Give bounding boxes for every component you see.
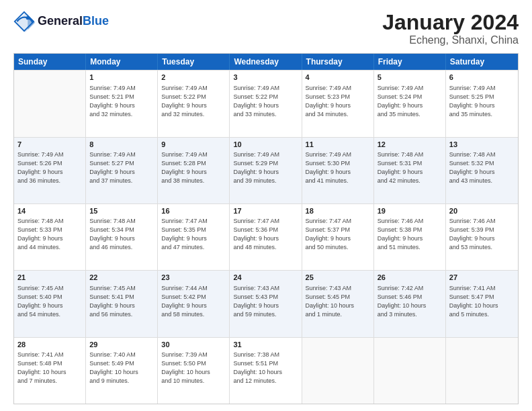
calendar-row-1: 7Sunrise: 7:49 AM Sunset: 5:26 PM Daylig… <box>14 137 518 203</box>
cell-info-text: Sunrise: 7:49 AM Sunset: 5:25 PM Dayligh… <box>449 84 515 119</box>
cell-date-number: 16 <box>161 206 226 216</box>
calendar-row-4: 28Sunrise: 7:41 AM Sunset: 5:48 PM Dayli… <box>14 337 518 404</box>
calendar-cell: 17Sunrise: 7:47 AM Sunset: 5:36 PM Dayli… <box>230 204 302 270</box>
cell-date-number: 1 <box>89 73 154 83</box>
cell-info-text: Sunrise: 7:49 AM Sunset: 5:30 PM Dayligh… <box>306 150 370 185</box>
calendar-header-monday: Monday <box>86 54 158 70</box>
calendar-cell: 18Sunrise: 7:47 AM Sunset: 5:37 PM Dayli… <box>302 204 374 270</box>
logo-line1: GeneralBlue <box>38 15 109 28</box>
cell-date-number: 11 <box>306 140 370 150</box>
calendar-cell: 1Sunrise: 7:49 AM Sunset: 5:21 PM Daylig… <box>86 71 158 136</box>
calendar-body: 1Sunrise: 7:49 AM Sunset: 5:21 PM Daylig… <box>14 70 518 404</box>
cell-date-number: 6 <box>449 73 515 83</box>
cell-date-number: 10 <box>233 140 298 150</box>
calendar-header-friday: Friday <box>374 54 446 70</box>
cell-info-text: Sunrise: 7:49 AM Sunset: 5:28 PM Dayligh… <box>161 150 226 185</box>
cell-date-number: 31 <box>233 340 298 350</box>
cell-date-number: 24 <box>233 273 298 283</box>
calendar-header-wednesday: Wednesday <box>230 54 302 70</box>
calendar-header-saturday: Saturday <box>446 54 518 70</box>
calendar-cell: 10Sunrise: 7:49 AM Sunset: 5:29 PM Dayli… <box>230 138 302 203</box>
cell-date-number: 8 <box>89 140 154 150</box>
cell-info-text: Sunrise: 7:49 AM Sunset: 5:22 PM Dayligh… <box>233 84 298 119</box>
cell-info-text: Sunrise: 7:38 AM Sunset: 5:51 PM Dayligh… <box>233 351 298 385</box>
calendar-cell: 8Sunrise: 7:49 AM Sunset: 5:27 PM Daylig… <box>86 138 158 203</box>
cell-date-number: 28 <box>17 340 82 350</box>
calendar-cell: 21Sunrise: 7:45 AM Sunset: 5:40 PM Dayli… <box>14 271 86 336</box>
cell-date-number: 26 <box>378 273 442 283</box>
calendar-cell: 23Sunrise: 7:44 AM Sunset: 5:42 PM Dayli… <box>158 271 230 336</box>
cell-date-number: 27 <box>449 273 515 283</box>
cell-info-text: Sunrise: 7:46 AM Sunset: 5:39 PM Dayligh… <box>449 217 515 252</box>
calendar-cell <box>14 71 86 136</box>
svg-point-4 <box>26 16 30 19</box>
cell-info-text: Sunrise: 7:49 AM Sunset: 5:29 PM Dayligh… <box>233 150 298 185</box>
cell-info-text: Sunrise: 7:48 AM Sunset: 5:33 PM Dayligh… <box>17 217 82 252</box>
cell-date-number: 5 <box>378 73 442 83</box>
cell-date-number: 22 <box>89 273 154 283</box>
calendar-cell: 13Sunrise: 7:48 AM Sunset: 5:32 PM Dayli… <box>446 138 518 203</box>
cell-info-text: Sunrise: 7:43 AM Sunset: 5:43 PM Dayligh… <box>233 284 298 319</box>
calendar-header-sunday: Sunday <box>14 54 86 70</box>
calendar-cell: 9Sunrise: 7:49 AM Sunset: 5:28 PM Daylig… <box>158 138 230 203</box>
cell-date-number: 9 <box>161 140 226 150</box>
cell-info-text: Sunrise: 7:48 AM Sunset: 5:31 PM Dayligh… <box>378 150 442 185</box>
calendar-cell: 25Sunrise: 7:43 AM Sunset: 5:45 PM Dayli… <box>302 271 374 336</box>
cell-date-number: 19 <box>378 206 442 216</box>
calendar-cell <box>446 338 518 404</box>
calendar-cell: 26Sunrise: 7:42 AM Sunset: 5:46 PM Dayli… <box>374 271 446 336</box>
calendar-cell <box>374 338 446 404</box>
calendar-cell: 29Sunrise: 7:40 AM Sunset: 5:49 PM Dayli… <box>86 338 158 404</box>
calendar-cell: 19Sunrise: 7:46 AM Sunset: 5:38 PM Dayli… <box>374 204 446 270</box>
cell-info-text: Sunrise: 7:44 AM Sunset: 5:42 PM Dayligh… <box>161 284 226 319</box>
cell-date-number: 25 <box>306 273 370 283</box>
cell-info-text: Sunrise: 7:43 AM Sunset: 5:45 PM Dayligh… <box>306 284 370 319</box>
cell-info-text: Sunrise: 7:42 AM Sunset: 5:46 PM Dayligh… <box>378 284 442 319</box>
cell-info-text: Sunrise: 7:49 AM Sunset: 5:23 PM Dayligh… <box>306 84 370 119</box>
calendar-subtitle: Echeng, Shanxi, China <box>382 34 519 46</box>
cell-date-number: 13 <box>449 140 515 150</box>
calendar-cell: 3Sunrise: 7:49 AM Sunset: 5:22 PM Daylig… <box>230 71 302 136</box>
calendar-cell: 11Sunrise: 7:49 AM Sunset: 5:30 PM Dayli… <box>302 138 374 203</box>
calendar: SundayMondayTuesdayWednesdayThursdayFrid… <box>13 53 519 404</box>
cell-info-text: Sunrise: 7:39 AM Sunset: 5:50 PM Dayligh… <box>161 351 226 385</box>
cell-info-text: Sunrise: 7:46 AM Sunset: 5:38 PM Dayligh… <box>378 217 442 252</box>
calendar-cell: 15Sunrise: 7:48 AM Sunset: 5:34 PM Dayli… <box>86 204 158 270</box>
calendar-cell: 12Sunrise: 7:48 AM Sunset: 5:31 PM Dayli… <box>374 138 446 203</box>
logo-text-block: GeneralBlue <box>38 15 109 28</box>
calendar-cell: 31Sunrise: 7:38 AM Sunset: 5:51 PM Dayli… <box>230 338 302 404</box>
calendar-header-tuesday: Tuesday <box>158 54 230 70</box>
cell-date-number: 7 <box>17 140 82 150</box>
calendar-row-0: 1Sunrise: 7:49 AM Sunset: 5:21 PM Daylig… <box>14 70 518 136</box>
cell-date-number: 3 <box>233 73 298 83</box>
calendar-row-3: 21Sunrise: 7:45 AM Sunset: 5:40 PM Dayli… <box>14 270 518 336</box>
calendar-header-thursday: Thursday <box>302 54 374 70</box>
calendar-cell: 2Sunrise: 7:49 AM Sunset: 5:22 PM Daylig… <box>158 71 230 136</box>
calendar-cell: 28Sunrise: 7:41 AM Sunset: 5:48 PM Dayli… <box>14 338 86 404</box>
calendar-cell: 4Sunrise: 7:49 AM Sunset: 5:23 PM Daylig… <box>302 71 374 136</box>
cell-info-text: Sunrise: 7:48 AM Sunset: 5:32 PM Dayligh… <box>449 150 515 185</box>
cell-info-text: Sunrise: 7:41 AM Sunset: 5:47 PM Dayligh… <box>449 284 515 319</box>
header: GeneralBlue January 2024 Echeng, Shanxi,… <box>13 11 519 46</box>
title-block: January 2024 Echeng, Shanxi, China <box>382 11 519 46</box>
calendar-title: January 2024 <box>382 11 519 34</box>
page: GeneralBlue January 2024 Echeng, Shanxi,… <box>0 0 532 411</box>
cell-date-number: 14 <box>17 206 82 216</box>
calendar-cell: 14Sunrise: 7:48 AM Sunset: 5:33 PM Dayli… <box>14 204 86 270</box>
calendar-cell <box>302 338 374 404</box>
cell-date-number: 18 <box>306 206 370 216</box>
cell-info-text: Sunrise: 7:49 AM Sunset: 5:22 PM Dayligh… <box>161 84 226 119</box>
logo-icon <box>13 11 35 32</box>
calendar-cell: 22Sunrise: 7:45 AM Sunset: 5:41 PM Dayli… <box>86 271 158 336</box>
cell-info-text: Sunrise: 7:47 AM Sunset: 5:35 PM Dayligh… <box>161 217 226 252</box>
cell-info-text: Sunrise: 7:47 AM Sunset: 5:36 PM Dayligh… <box>233 217 298 252</box>
cell-info-text: Sunrise: 7:45 AM Sunset: 5:41 PM Dayligh… <box>89 284 154 319</box>
calendar-cell: 27Sunrise: 7:41 AM Sunset: 5:47 PM Dayli… <box>446 271 518 336</box>
cell-info-text: Sunrise: 7:41 AM Sunset: 5:48 PM Dayligh… <box>17 351 82 385</box>
cell-info-text: Sunrise: 7:49 AM Sunset: 5:27 PM Dayligh… <box>89 150 154 185</box>
cell-date-number: 4 <box>306 73 370 83</box>
cell-date-number: 30 <box>161 340 226 350</box>
calendar-cell: 20Sunrise: 7:46 AM Sunset: 5:39 PM Dayli… <box>446 204 518 270</box>
cell-info-text: Sunrise: 7:47 AM Sunset: 5:37 PM Dayligh… <box>306 217 370 252</box>
calendar-cell: 24Sunrise: 7:43 AM Sunset: 5:43 PM Dayli… <box>230 271 302 336</box>
